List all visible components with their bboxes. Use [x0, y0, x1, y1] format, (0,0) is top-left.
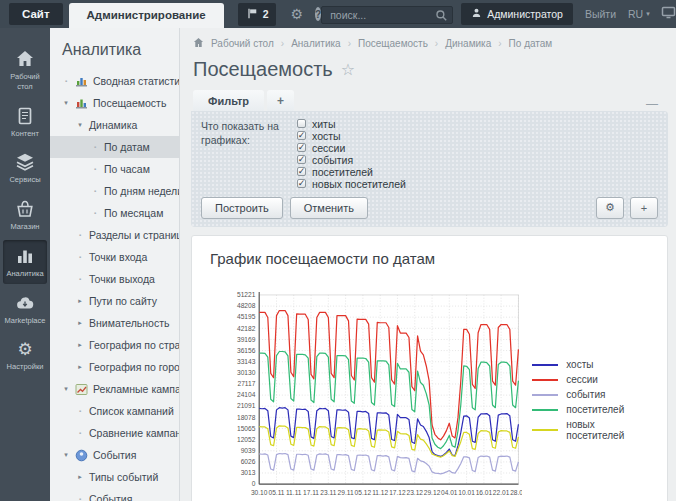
checkbox-label: новых посетителей: [312, 178, 406, 190]
sidebar-item-tipy-sobytiy[interactable]: ▸ Типы событий: [50, 466, 179, 488]
site-tab[interactable]: Сайт: [9, 3, 63, 25]
sidebar-item-razdely-i-stranitsy[interactable]: ▪ Разделы и страницы: [50, 224, 179, 246]
filter-checkbox-posetiteley[interactable]: ✓ посетителей: [297, 166, 406, 177]
filter-checkbox-sessii[interactable]: ✓ сессии: [297, 142, 406, 153]
bullet-icon: ▪: [91, 144, 99, 150]
breadcrumb-item[interactable]: Посещаемость: [358, 38, 428, 49]
chevron-right-icon: ▸: [76, 297, 84, 305]
sidebar-item-spisok-kampaniy[interactable]: ▪ Список кампаний: [50, 400, 179, 422]
rail-item-content[interactable]: Контент: [3, 100, 47, 144]
sidebar-item-reklamnye-kampanii[interactable]: ▾ Рекламные кампании: [50, 378, 179, 400]
svg-text:51221: 51221: [237, 291, 256, 298]
breadcrumb-item[interactable]: Рабочий стол: [211, 38, 274, 49]
rail-item-analytics[interactable]: Аналитика: [3, 240, 47, 284]
sidebar-item-tochki-vhoda[interactable]: ▪ Точки входа: [50, 246, 179, 268]
svg-text:10.01: 10.01: [458, 489, 475, 496]
svg-text:30.10: 30.10: [251, 489, 268, 496]
sidebar-item-label: Рекламные кампании: [93, 383, 180, 395]
add-filter-tab-button[interactable]: +: [267, 90, 294, 111]
svg-text:22.01: 22.01: [493, 489, 510, 496]
sidebar-item-dinamika[interactable]: ▾ Динамика: [50, 114, 179, 136]
sidebar-item-geografiya-po-stranam[interactable]: ▸ География по странам: [50, 334, 179, 356]
logout-link[interactable]: Выйти: [585, 8, 616, 20]
sidebar-item-label: По месяцам: [104, 207, 163, 219]
rail-item-services[interactable]: Сервисы: [3, 146, 47, 190]
layers-icon: [15, 152, 35, 172]
filter-checkbox-novyh-posetiteley[interactable]: ✓ новых посетителей: [297, 178, 406, 189]
bullet-icon: ▪: [62, 78, 70, 84]
home-icon[interactable]: [193, 37, 204, 50]
bullet-icon: ▪: [76, 430, 84, 436]
svg-text:29.11: 29.11: [338, 489, 354, 496]
flag-icon: [246, 7, 258, 22]
sidebar-item-sobytiya[interactable]: ▾ События: [50, 444, 179, 466]
filter-tab[interactable]: Фильтр: [193, 90, 264, 111]
search-icon[interactable]: [435, 8, 448, 26]
rail-item-label: Marketplace: [5, 316, 46, 326]
cloud-icon: [15, 293, 35, 313]
user-button[interactable]: Администратор: [461, 3, 573, 25]
svg-text:15065: 15065: [237, 425, 256, 432]
sidebar-item-geografiya-po-gorodam[interactable]: ▸ География по городам: [50, 356, 179, 378]
sidebar-item-po-dnyam-nedeli[interactable]: ▪ По дням недели: [50, 180, 179, 202]
sidebar-item-poseshchaemost[interactable]: ▾ Посещаемость: [50, 92, 179, 114]
legend-item: посетителей: [532, 404, 649, 415]
language-switcher[interactable]: RU ▾: [628, 8, 650, 20]
sidebar-item-label: События: [89, 493, 132, 501]
svg-text:17.12: 17.12: [389, 489, 406, 496]
chevron-down-icon: ▾: [62, 451, 70, 459]
filter-checkbox-hity[interactable]: хиты: [297, 118, 406, 129]
sidebar-item-tochki-vyhoda[interactable]: ▪ Точки выхода: [50, 268, 179, 290]
monitor-icon[interactable]: [661, 5, 676, 23]
checkbox-label: посетителей: [312, 166, 373, 178]
sidebar-item-vnimatelnost[interactable]: ▸ Внимательность: [50, 312, 179, 334]
checkbox-label: хиты: [312, 118, 335, 130]
rail-item-label: Аналитика: [6, 269, 43, 279]
rail-item-settings[interactable]: ⚙ Настройки: [3, 333, 47, 377]
breadcrumb-item[interactable]: По датам: [509, 38, 553, 49]
breadcrumb-item[interactable]: Аналитика: [291, 38, 341, 49]
svg-text:23.11: 23.11: [320, 489, 336, 496]
analytics-sidebar: Аналитика ▪ Сводная статистика▾ Посещаем…: [50, 28, 180, 501]
sidebar-item-label: Пути по сайту: [89, 295, 157, 307]
sidebar-item-svodnaya-statistika[interactable]: ▪ Сводная статистика: [50, 70, 179, 92]
search-input[interactable]: [321, 6, 453, 24]
breadcrumb-item[interactable]: Динамика: [445, 38, 491, 49]
svg-text:0: 0: [252, 480, 256, 487]
sidebar-item-label: По датам: [104, 141, 150, 153]
checkbox-icon: ✓: [297, 179, 306, 188]
collapse-filter-icon[interactable]: —: [646, 97, 658, 111]
filter-add-button[interactable]: +: [630, 197, 658, 219]
breadcrumb: Рабочий стол›Аналитика›Посещаемость›Дина…: [191, 34, 668, 50]
svg-text:42182: 42182: [237, 325, 256, 332]
gear-icon[interactable]: ⚙: [290, 7, 303, 21]
favorite-star-icon[interactable]: ☆: [341, 60, 355, 79]
filter-checkbox-hosty[interactable]: ✓ хосты: [297, 130, 406, 141]
sidebar-item-label: Точки входа: [89, 251, 147, 263]
sidebar-item-sravnenie-kampaniy[interactable]: ▪ Сравнение кампаний: [50, 422, 179, 444]
sidebar-item-sobytiya-list[interactable]: ▪ События: [50, 488, 179, 501]
campaign-chart-icon: [75, 383, 88, 396]
bullet-icon: ▪: [76, 496, 84, 501]
rail-item-desktop[interactable]: Рабочий стол: [3, 43, 47, 97]
sidebar-item-puti-po-saytu[interactable]: ▸ Пути по сайту: [50, 290, 179, 312]
svg-text:33143: 33143: [237, 358, 256, 365]
filter-checkbox-sobytiya[interactable]: ✓ события: [297, 154, 406, 165]
checkbox-icon: [297, 119, 306, 128]
rail-item-label: Магазин: [11, 222, 40, 232]
cancel-button[interactable]: Отменить: [290, 197, 368, 219]
build-button[interactable]: Построить: [201, 197, 283, 219]
legend-label: хосты: [566, 359, 593, 370]
breadcrumb-separator: ›: [435, 38, 438, 49]
filter-settings-button[interactable]: ⚙: [596, 197, 624, 219]
svg-text:11.12: 11.12: [372, 489, 388, 496]
admin-tab[interactable]: Администрирование: [69, 3, 224, 28]
bullet-icon: ▪: [76, 254, 84, 260]
rail-item-marketplace[interactable]: Marketplace: [3, 287, 47, 331]
sidebar-item-po-mesyatsam[interactable]: ▪ По месяцам: [50, 202, 179, 224]
legend-swatch: [532, 364, 558, 366]
rail-item-shop[interactable]: Магазин: [3, 193, 47, 237]
notifications-button[interactable]: 2: [238, 3, 277, 26]
sidebar-item-po-chasam[interactable]: ▪ По часам: [50, 158, 179, 180]
sidebar-item-po-datam[interactable]: ▪ По датам: [50, 136, 179, 158]
